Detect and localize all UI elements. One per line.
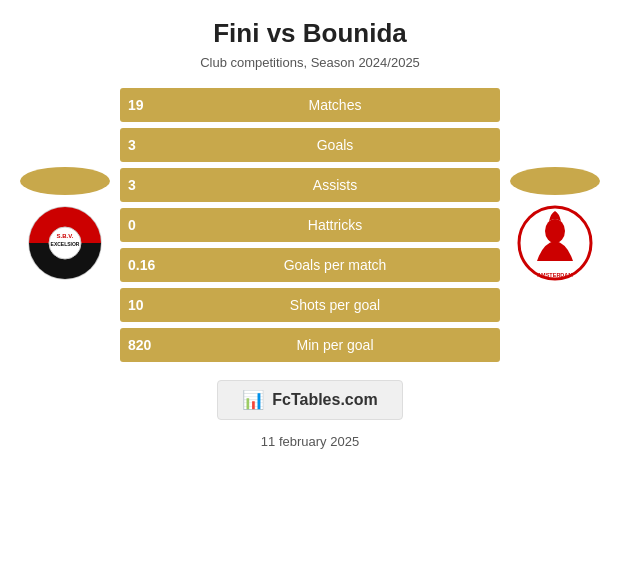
stat-row: 0.16Goals per match xyxy=(120,248,500,282)
stat-label: Min per goal xyxy=(178,337,492,353)
fctables-icon: 📊 xyxy=(242,389,264,411)
stat-value: 0 xyxy=(128,217,178,233)
svg-text:AMSTERDAM: AMSTERDAM xyxy=(537,272,573,278)
svg-point-5 xyxy=(545,219,565,243)
stat-label: Assists xyxy=(178,177,492,193)
stat-row: 3Assists xyxy=(120,168,500,202)
stat-row: 3Goals xyxy=(120,128,500,162)
stat-row: 19Matches xyxy=(120,88,500,122)
stat-label: Hattricks xyxy=(178,217,492,233)
stat-value: 10 xyxy=(128,297,178,313)
stat-row: 0Hattricks xyxy=(120,208,500,242)
stat-row: 820Min per goal xyxy=(120,328,500,362)
stats-list: 19Matches3Goals3Assists0Hattricks0.16Goa… xyxy=(120,88,500,362)
team-left-oval xyxy=(20,167,110,195)
stat-label: Shots per goal xyxy=(178,297,492,313)
stat-label: Goals per match xyxy=(178,257,492,273)
fctables-brand: FcTables.com xyxy=(272,391,378,409)
svg-text:EXCELSIOR: EXCELSIOR xyxy=(51,241,80,247)
team-left-logo: S.B.V. EXCELSIOR xyxy=(10,167,120,283)
team-right-logo: AMSTERDAM xyxy=(500,167,610,283)
stat-value: 0.16 xyxy=(128,257,178,273)
stat-value: 3 xyxy=(128,177,178,193)
stat-label: Matches xyxy=(178,97,492,113)
stat-label: Goals xyxy=(178,137,492,153)
page-title: Fini vs Bounida xyxy=(213,18,407,49)
excelsior-logo-icon: S.B.V. EXCELSIOR xyxy=(25,203,105,283)
fctables-banner: 📊 FcTables.com xyxy=(217,380,403,420)
ajax-logo-icon: AMSTERDAM xyxy=(515,203,595,283)
page-subtitle: Club competitions, Season 2024/2025 xyxy=(200,55,420,70)
footer-date: 11 february 2025 xyxy=(261,434,359,449)
team-right-oval xyxy=(510,167,600,195)
stat-value: 3 xyxy=(128,137,178,153)
stat-value: 820 xyxy=(128,337,178,353)
stat-row: 10Shots per goal xyxy=(120,288,500,322)
stat-value: 19 xyxy=(128,97,178,113)
svg-text:S.B.V.: S.B.V. xyxy=(57,233,74,239)
